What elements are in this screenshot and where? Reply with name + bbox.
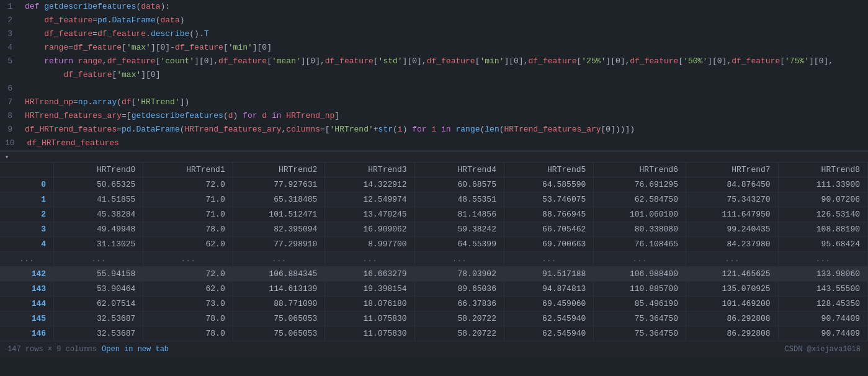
cell-value: ... (54, 252, 143, 267)
cell-value: 108.88190 (778, 222, 867, 237)
line-num-1: 1 (0, 0, 20, 14)
code-content-7: HRTrend_np=np.array(df['HRTrend']) (20, 96, 868, 109)
cell-value: 12.549974 (325, 192, 414, 207)
row-index: ... (0, 252, 54, 267)
table-header-col-3: HRTrend3 (325, 163, 414, 177)
cell-value: 75.065053 (233, 326, 325, 341)
cell-value: 62.0 (143, 282, 233, 297)
cell-value: 89.65036 (414, 282, 504, 297)
cell-value: 143.55500 (778, 282, 867, 297)
cell-value: 135.070925 (686, 282, 778, 297)
table-footer: 147 rows × 9 columns Open in new tab CSD… (0, 341, 868, 357)
line-num-3: 3 (0, 27, 20, 41)
cell-value: 53.746075 (504, 192, 593, 207)
cell-value: 94.874813 (504, 282, 593, 297)
cell-value: 50.65325 (54, 177, 143, 192)
table-row: 141.5185571.065.31848512.54997448.553515… (0, 192, 868, 207)
cell-value: 72.0 (143, 177, 233, 192)
cell-value: 58.20722 (414, 311, 504, 326)
code-content-1: def getdescribefeatures(data): (20, 0, 868, 14)
cell-value: ... (594, 252, 686, 267)
cell-value: 66.37836 (414, 297, 504, 311)
cell-value: ... (504, 252, 593, 267)
cell-value: 101.512471 (233, 207, 325, 222)
cell-value: 106.988400 (594, 267, 686, 282)
code-content-10: df_HRTrend_features (22, 137, 868, 150)
cell-value: 69.700663 (504, 237, 593, 252)
cell-value: 64.55399 (414, 237, 504, 252)
table-header-col-0: HRTrend0 (54, 163, 143, 177)
table-header-col-5: HRTrend5 (504, 163, 593, 177)
cell-value: 106.884345 (233, 267, 325, 282)
cell-value: 73.0 (143, 297, 233, 311)
cell-value: 71.0 (143, 207, 233, 222)
table-header-index (0, 163, 54, 177)
cell-value: 95.68424 (778, 237, 867, 252)
cell-value: 62.0 (143, 237, 233, 252)
code-content-5: return range,df_feature['count'][0],df_f… (20, 55, 868, 68)
cell-value: 91.517188 (504, 267, 593, 282)
code-line-1: 1 def getdescribefeatures(data): (0, 0, 868, 14)
line-num-2: 2 (0, 14, 20, 27)
cell-value: 19.398154 (325, 282, 414, 297)
cell-value: 75.343270 (686, 192, 778, 207)
cell-value: 41.51855 (54, 192, 143, 207)
open-new-tab-link[interactable]: Open in new tab (102, 345, 169, 354)
code-line-4: 4 range=df_feature['max'][0]-df_feature[… (0, 41, 868, 55)
cell-value: 45.38284 (54, 207, 143, 222)
cell-value: 16.909062 (325, 222, 414, 237)
cell-value: ... (414, 252, 504, 267)
table-header-row: HRTrend0 HRTrend1 HRTrend2 HRTrend3 HRTr… (0, 163, 868, 177)
cell-value: 80.338080 (594, 222, 686, 237)
dataframe-table: HRTrend0 HRTrend1 HRTrend2 HRTrend3 HRTr… (0, 163, 868, 341)
cell-value: 55.94158 (54, 267, 143, 282)
cell-value: 86.292808 (686, 311, 778, 326)
cell-value: 81.14856 (414, 207, 504, 222)
cell-value: 14.322912 (325, 177, 414, 192)
cell-value: 8.997700 (325, 237, 414, 252)
cell-value: 101.060100 (594, 207, 686, 222)
cell-value: 90.74409 (778, 311, 867, 326)
cell-value: 77.927631 (233, 177, 325, 192)
cell-value: 111.647950 (686, 207, 778, 222)
cell-value: 82.395094 (233, 222, 325, 237)
cell-value: 78.0 (143, 311, 233, 326)
table-row: 14255.9415872.0106.88434516.66327978.039… (0, 267, 868, 282)
table-row: 245.3828471.0101.51247113.47024581.14856… (0, 207, 868, 222)
code-content-9: df_HRTrend_features=pd.DataFrame(HRTrend… (20, 123, 868, 137)
cell-value: 99.240435 (686, 222, 778, 237)
row-index: 142 (0, 267, 54, 282)
table-header-col-6: HRTrend6 (594, 163, 686, 177)
cell-value: 58.20722 (414, 326, 504, 341)
cell-value: 64.585590 (504, 177, 593, 192)
row-index: 146 (0, 326, 54, 341)
cell-value: 62.545940 (504, 326, 593, 341)
output-toggle[interactable]: ▾ (0, 152, 868, 163)
line-num-10: 10 (0, 137, 22, 150)
cell-value: 86.292808 (686, 326, 778, 341)
cell-value: 128.45350 (778, 297, 867, 311)
cell-value: 101.469200 (686, 297, 778, 311)
code-section: 1 def getdescribefeatures(data): 2 df_fe… (0, 0, 868, 151)
table-row: 14632.5368778.075.06505311.07583058.2072… (0, 326, 868, 341)
cell-value: 75.364750 (594, 311, 686, 326)
cell-value: 62.07514 (54, 297, 143, 311)
cell-value: 62.584750 (594, 192, 686, 207)
table-row: 050.6532572.077.92763114.32291260.685756… (0, 177, 868, 192)
table-row: .............................. (0, 252, 868, 267)
row-count-label: 147 rows × 9 columns (7, 345, 97, 354)
row-index: 144 (0, 297, 54, 311)
code-line-5: 5 return range,df_feature['count'][0],df… (0, 55, 868, 68)
table-row: 14353.9046462.0114.61313919.39815489.650… (0, 282, 868, 297)
cell-value: 85.496190 (594, 297, 686, 311)
table-row: 349.4994878.082.39509416.90906259.382426… (0, 222, 868, 237)
cell-value: 84.237980 (686, 237, 778, 252)
row-index: 3 (0, 222, 54, 237)
table-row: 14532.5368778.075.06505311.07583058.2072… (0, 311, 868, 326)
cell-value: 62.545940 (504, 311, 593, 326)
table-row: 14462.0751473.088.77109018.07618066.3783… (0, 297, 868, 311)
line-num-4: 4 (0, 41, 20, 55)
cell-value: 76.108465 (594, 237, 686, 252)
code-content-5b: df_feature['max'][0] (20, 68, 868, 82)
cell-value: 66.705462 (504, 222, 593, 237)
